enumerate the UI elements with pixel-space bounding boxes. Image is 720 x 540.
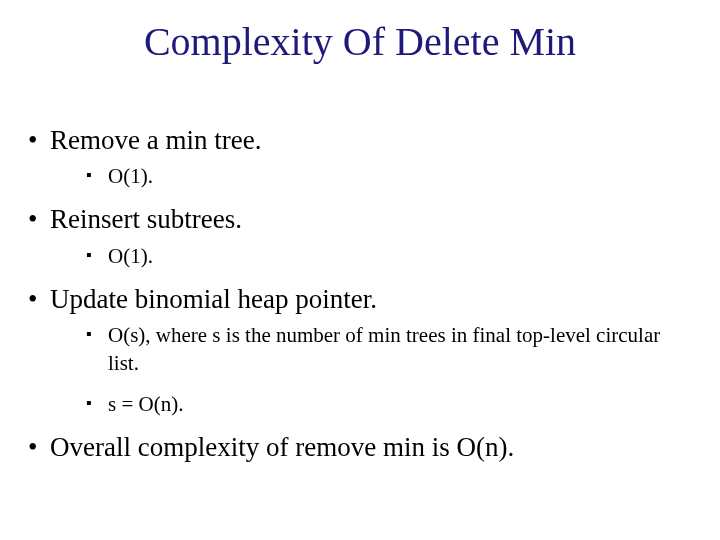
bullet-level1: Reinsert subtrees.: [28, 202, 680, 237]
bullet-level1: Overall complexity of remove min is O(n)…: [28, 430, 680, 465]
bullet-level2: s = O(n).: [28, 390, 680, 418]
slide-content: Remove a min tree. O(1). Reinsert subtre…: [0, 65, 720, 465]
slide-title: Complexity Of Delete Min: [0, 0, 720, 65]
bullet-level2: O(1).: [28, 162, 680, 190]
bullet-level1: Update binomial heap pointer.: [28, 282, 680, 317]
bullet-level2: O(1).: [28, 242, 680, 270]
bullet-level2: O(s), where s is the number of min trees…: [28, 321, 680, 378]
slide: Complexity Of Delete Min Remove a min tr…: [0, 0, 720, 540]
bullet-level1: Remove a min tree.: [28, 123, 680, 158]
